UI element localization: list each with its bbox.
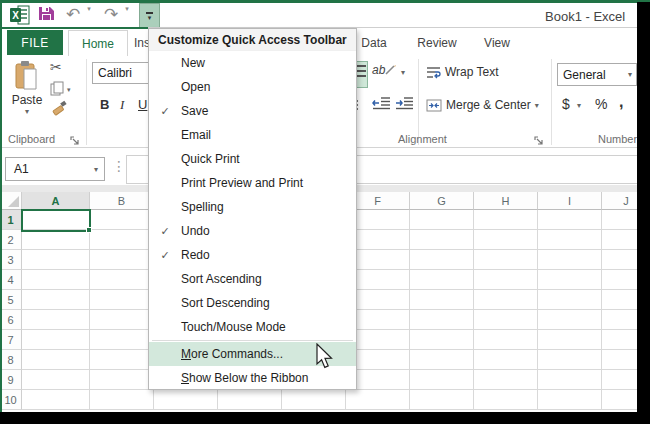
cell[interactable] [22, 350, 90, 370]
select-all-corner[interactable] [0, 192, 22, 210]
paste-button[interactable]: Paste ▾ [6, 59, 48, 131]
cell[interactable] [410, 290, 474, 310]
cell[interactable] [410, 270, 474, 290]
row-header-1[interactable]: 1 [0, 210, 22, 230]
undo-button[interactable]: ↶ [61, 5, 85, 25]
cell[interactable] [90, 350, 154, 370]
bold-button[interactable]: B [100, 97, 109, 112]
row-header-10[interactable]: 10 [0, 390, 22, 410]
cell[interactable] [346, 390, 410, 410]
menu-item-sort-descending[interactable]: Sort Descending [149, 291, 356, 315]
cell[interactable] [410, 370, 474, 390]
cell[interactable] [474, 310, 538, 330]
menu-item-quick-print[interactable]: Quick Print [149, 147, 356, 171]
tab-view[interactable]: View [472, 30, 522, 55]
tab-home[interactable]: Home [68, 30, 128, 56]
menu-item-touch-mouse-mode[interactable]: Touch/Mouse Mode [149, 315, 356, 339]
cell[interactable] [410, 210, 474, 230]
cell[interactable] [218, 390, 282, 410]
cell[interactable] [22, 370, 90, 390]
cell[interactable] [410, 230, 474, 250]
cell[interactable] [538, 330, 602, 350]
selected-cell-a1[interactable] [21, 209, 91, 232]
cell[interactable] [90, 370, 154, 390]
cell[interactable] [538, 390, 602, 410]
save-button[interactable] [37, 5, 55, 22]
fill-handle[interactable] [86, 227, 92, 233]
cell[interactable] [22, 390, 90, 410]
cell[interactable] [474, 330, 538, 350]
cell[interactable] [410, 390, 474, 410]
cell[interactable] [474, 230, 538, 250]
merge-center-dropdown-icon[interactable]: ▾ [535, 101, 539, 110]
cell[interactable] [22, 270, 90, 290]
underline-button[interactable]: U [138, 97, 147, 112]
row-header-8[interactable]: 8 [0, 350, 22, 370]
cell[interactable] [22, 250, 90, 270]
merge-center-button[interactable]: Merge & Center ▾ [426, 98, 539, 112]
italic-button[interactable]: I [120, 97, 124, 113]
clipboard-dialog-launcher[interactable] [70, 136, 80, 146]
undo-dropdown[interactable]: ▾ [85, 5, 93, 13]
cell[interactable] [90, 330, 154, 350]
orientation-button[interactable]: ab [372, 63, 397, 77]
cell[interactable] [474, 390, 538, 410]
excel-app-button[interactable]: X [10, 5, 30, 25]
cell[interactable] [538, 310, 602, 330]
redo-dropdown[interactable]: ▾ [123, 5, 131, 13]
cell[interactable] [410, 310, 474, 330]
currency-format-button[interactable]: $ [562, 96, 570, 112]
cell[interactable] [538, 370, 602, 390]
cell[interactable] [538, 290, 602, 310]
tab-review[interactable]: Review [408, 30, 466, 55]
menu-item-save[interactable]: ✓Save [149, 99, 356, 123]
format-painter-button[interactable] [50, 99, 68, 117]
cell[interactable] [90, 390, 154, 410]
cell[interactable] [538, 210, 602, 230]
cell[interactable] [22, 290, 90, 310]
cell[interactable] [90, 210, 154, 230]
comma-format-button[interactable]: , [619, 93, 623, 111]
menu-item-email[interactable]: Email [149, 123, 356, 147]
cell[interactable] [154, 390, 218, 410]
number-format-combobox[interactable]: General ▾ [557, 63, 637, 86]
column-header-g[interactable]: G [410, 192, 474, 210]
cell[interactable] [474, 350, 538, 370]
menu-item-new[interactable]: New [149, 51, 356, 75]
customize-qat-button[interactable]: ▾ [139, 3, 160, 28]
orientation-dropdown-icon[interactable]: ▾ [401, 68, 405, 77]
paste-dropdown-icon[interactable]: ▾ [6, 107, 48, 116]
menu-item-print-preview-and-print[interactable]: Print Preview and Print [149, 171, 356, 195]
column-header-b[interactable]: B [90, 192, 154, 210]
cell[interactable] [538, 230, 602, 250]
decrease-indent-button[interactable] [372, 96, 391, 110]
cell[interactable] [474, 290, 538, 310]
cell[interactable] [410, 250, 474, 270]
cell[interactable] [474, 270, 538, 290]
cell[interactable] [22, 310, 90, 330]
menu-item-redo[interactable]: ✓Redo [149, 243, 356, 267]
column-header-h[interactable]: H [474, 192, 538, 210]
copy-button[interactable]: ▾ [50, 81, 74, 96]
cell[interactable] [538, 250, 602, 270]
cut-button[interactable]: ✂ [50, 59, 72, 77]
cell[interactable] [90, 250, 154, 270]
column-header-i[interactable]: I [538, 192, 602, 210]
cell[interactable] [474, 370, 538, 390]
row-header-7[interactable]: 7 [0, 330, 22, 350]
percent-format-button[interactable]: % [595, 96, 607, 112]
cell[interactable] [474, 250, 538, 270]
alignment-dialog-launcher[interactable] [534, 136, 544, 146]
cell[interactable] [90, 230, 154, 250]
row-header-4[interactable]: 4 [0, 270, 22, 290]
row-header-6[interactable]: 6 [0, 310, 22, 330]
cell[interactable] [538, 270, 602, 290]
tab-file[interactable]: FILE [7, 30, 63, 55]
redo-button[interactable]: ↷ [99, 5, 123, 25]
currency-dropdown-icon[interactable]: ▾ [577, 101, 581, 110]
cell[interactable] [282, 390, 346, 410]
increase-indent-button[interactable] [395, 96, 414, 110]
cell[interactable] [90, 310, 154, 330]
cell[interactable] [22, 230, 90, 250]
menu-item-spelling[interactable]: Spelling [149, 195, 356, 219]
